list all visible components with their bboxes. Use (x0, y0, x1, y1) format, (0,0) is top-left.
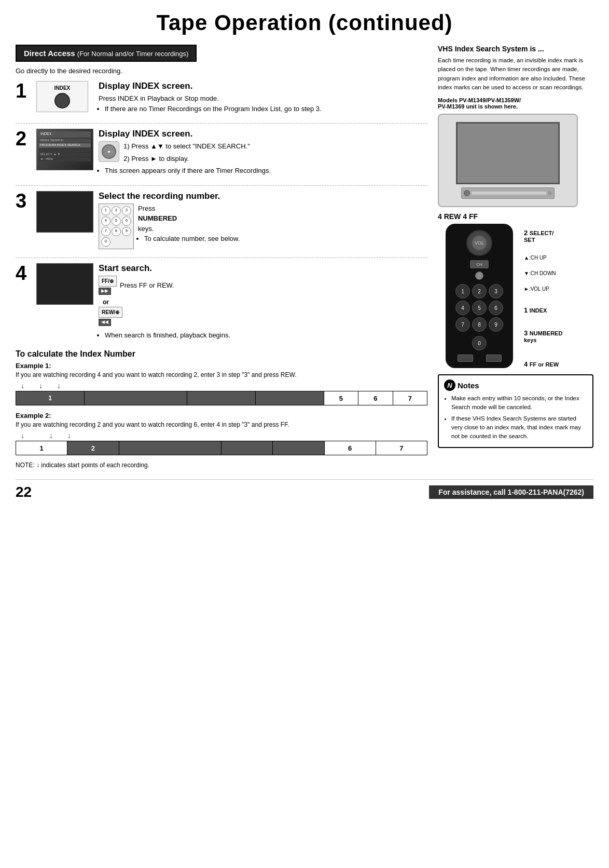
go-direct-text: Go directly to the desired recording. (16, 67, 427, 75)
ff-label: FF/⊕ (102, 278, 114, 284)
ff-box-label: FF/⊕ (99, 276, 117, 287)
numpad-1: 1 (101, 206, 110, 215)
timeline-1: ↓ ↓ ↓ 1 5 6 7 (16, 382, 427, 405)
example-2-label: Example 2: (16, 412, 427, 419)
numpad-3: 3 (122, 206, 131, 215)
step-4-content: Start search. FF/⊕ ▶▶ Press FF or REW. (99, 263, 427, 342)
timeline-2-arrows: ↓ ↓ ↓ (16, 431, 427, 440)
step-4-number: 4 (16, 263, 31, 283)
rew-box-label: REW/⊕ (99, 307, 122, 318)
remote-label-ch-down: ▼:CH DOWN (524, 270, 562, 276)
step2-bar-label: INDEX (39, 131, 91, 138)
remote-btn-4: 4 (455, 301, 470, 315)
left-column: Direct Access (For Normal and/or Timer r… (16, 45, 427, 469)
vhs-title: VHS Index Search System is ... (438, 45, 593, 53)
remote-label-ff-rew: 4 FF or REW (524, 360, 562, 368)
page-footer: 22 For assistance, call 1-800-211-PANA(7… (16, 479, 593, 500)
right-column: VHS Index Search System is ... Each time… (438, 45, 593, 469)
step-1-number: 1 (16, 81, 31, 101)
remote-device: VOL CH 1 2 3 4 5 6 7 8 (438, 224, 521, 368)
step-4-title: Start search. (99, 263, 427, 274)
timeline-1-cell-5: 5 (324, 391, 359, 405)
remote-btn-5: 5 (472, 301, 487, 315)
tv-knob-2 (548, 191, 552, 195)
step-2-content: Display INDEX screen. ✦ 1) Press ▲▼ to s… (99, 129, 427, 177)
numpad-2: 2 (112, 206, 121, 215)
remote-btn-0: 0 (472, 336, 487, 350)
model-label: Models PV-M1349/PV-M1359W/ PV-M1369 unit… (438, 97, 593, 110)
timeline-2-cell-2: 2 (67, 441, 119, 455)
rew-ff-label: 4 REW 4 FF (438, 212, 593, 221)
remote-label-ch-up: ▲:CH UP (524, 255, 562, 261)
step-1-bullet-1: If there are no Timer Recordings on the … (105, 104, 427, 114)
remote-section-wrapper: VOL CH 1 2 3 4 5 6 7 8 (438, 224, 593, 368)
remote-btn-7: 7 (455, 317, 470, 332)
notes-icon: N (444, 379, 455, 391)
remote-btn-9: 9 (489, 317, 503, 332)
step-1-body: Press INDEX in Playback or Stop mode. If… (99, 93, 427, 114)
step-3-content: Select the recording number. 1 2 3 4 5 6 (99, 191, 427, 249)
step-1-content: Display INDEX screen. Press INDEX in Pla… (99, 81, 427, 115)
timeline-1-cells: 1 5 6 7 (16, 391, 427, 405)
step-2-title: Display INDEX screen. (99, 129, 427, 139)
timeline-1-cell-3 (187, 391, 256, 405)
timeline-2-cells: 1 2 6 7 (16, 441, 427, 455)
step-2-bullet-1: This screen appears only if there are Ti… (105, 166, 427, 176)
timeline-2: ↓ ↓ ↓ 1 2 6 7 (16, 431, 427, 455)
step-2-image: INDEX INDEX SEARCH PROGRAM INDEX SEARCH … (36, 129, 93, 170)
example-1-label: Example 1: (16, 362, 427, 370)
index-circle-button (54, 93, 70, 108)
step-3-number: 3 (16, 191, 31, 211)
direct-access-sub: (For Normal and/or Timer recordings) (77, 50, 189, 58)
step-4-row: 4 Start search. FF/⊕ ▶▶ (16, 263, 427, 342)
remote-labels: 2 SELECT/ SET ▲:CH UP ▼:CH DOWN ►:VOL UP… (524, 224, 562, 368)
tv-knob-1 (464, 190, 470, 196)
tv-screen (456, 122, 560, 184)
rew-label: REW/⊕ (102, 309, 119, 315)
remote-dpad: VOL (466, 230, 492, 256)
remote-label-numbered: 3 NUMBERED keys (524, 329, 562, 343)
ff-btn-icon: ▶▶ (99, 288, 111, 295)
step-3-title: Select the recording number. (99, 191, 427, 201)
example-1-text: If you are watching recording 4 and you … (16, 371, 427, 378)
tv-illustration (438, 114, 578, 207)
notes-box: N Notes Make each entry within 10 second… (438, 374, 593, 448)
remote-small-btn (475, 272, 483, 280)
timeline-2-cell-7: 7 (376, 441, 427, 455)
direct-access-header: Direct Access (For Normal and/or Timer r… (16, 45, 197, 62)
remote-bottom-btn-2 (486, 355, 502, 362)
note-item-2: If these VHS Index Search Systems are st… (451, 414, 587, 441)
step-3-image (36, 191, 93, 233)
step-2-body: ✦ 1) Press ▲▼ to select "INDEX SEARCH." … (99, 141, 427, 176)
rew-btn-icon: ◀◀ (99, 319, 111, 326)
step-2-substep-2: 2) Press ► to display. (123, 154, 250, 164)
tv-controls (461, 187, 555, 199)
step-2-substep-1: 1) Press ▲▼ to select "INDEX SEARCH." (123, 141, 250, 152)
remote-numpad: 1 2 3 4 5 6 7 8 9 (451, 284, 508, 332)
timeline-1-cell-2 (85, 391, 187, 405)
remote-label-vol-up: ►:VOL UP (524, 286, 562, 292)
step-3-row: 3 Select the recording number. 1 2 3 4 (16, 191, 427, 249)
timeline-2-cell-3 (119, 441, 222, 455)
timeline-1-cell-1: 1 (16, 391, 85, 405)
calculate-title: To calculate the Index Number (16, 349, 427, 359)
example-2-text: If you are watching recording 2 and you … (16, 421, 427, 428)
timeline-1-cell-6: 6 (358, 391, 393, 405)
step-3-keys: keys. (138, 224, 240, 234)
step-4-bullet-1: When search is finished, playback begins… (105, 330, 427, 341)
timeline-2-cell-4 (222, 441, 273, 455)
remote-btn-1: 1 (455, 284, 470, 299)
calculate-note: NOTE: ↓ indicates start points of each r… (16, 462, 427, 469)
numpad-8: 8 (112, 227, 121, 236)
timeline-2-cell-1: 1 (16, 441, 67, 455)
timeline-2-cell-5 (273, 441, 324, 455)
step-2-number: 2 (16, 129, 31, 148)
timeline-2-cell-6: 6 (325, 441, 376, 455)
numpad-0: 0 (101, 237, 110, 247)
note-item-1: Make each entry within 10 seconds, or th… (451, 394, 587, 412)
step-3-body: 1 2 3 4 5 6 7 8 9 0 (99, 204, 427, 249)
tv-cassette (471, 191, 547, 195)
notes-title: N Notes (444, 379, 587, 391)
remote-dpad-inner: VOL (472, 235, 487, 251)
step-4-image (36, 263, 93, 305)
